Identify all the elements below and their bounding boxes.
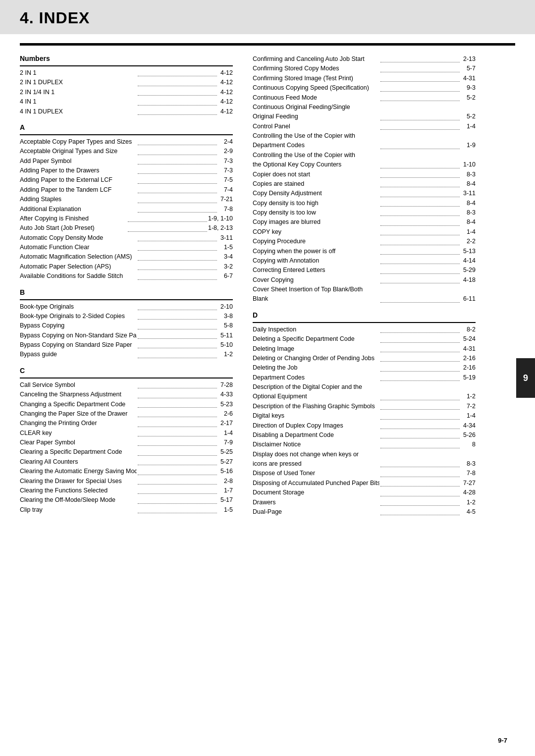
entry-page: 8-3: [461, 208, 476, 217]
list-item: Confirming Stored Image (Test Print)4-31: [253, 74, 476, 83]
list-item: Auto Job Start (Job Preset)1-8, 2-13: [20, 223, 233, 233]
entry-page: 2-4: [218, 137, 233, 147]
entry-dots: [380, 237, 460, 245]
entry-page: 5-24: [461, 334, 476, 344]
entry-page: 3-4: [218, 252, 233, 262]
entry-dots: [138, 157, 217, 164]
list-item: Daily Inspection8-2: [253, 325, 476, 334]
list-item: Canceling the Sharpness Adjustment4-33: [20, 390, 233, 399]
entry-text: Bypass Copying: [20, 321, 137, 330]
entry-page: 4-12: [218, 97, 233, 107]
entry-page: 4-12: [218, 88, 233, 97]
entry-dots: [380, 266, 460, 273]
entry-dots: [380, 411, 460, 419]
entry-text: CLEAR key: [20, 429, 137, 438]
list-item: After Copying is Finished1-9, 1-10: [20, 214, 233, 223]
entry-dots: [138, 175, 217, 183]
entry-dots: [380, 54, 460, 62]
tab-label: 9: [523, 373, 528, 383]
list-item: Dispose of Used Toner7-8: [253, 469, 476, 478]
list-item: Copy density is too high8-4: [253, 199, 476, 208]
entry-text2: Original Feeding: [253, 112, 379, 121]
entry-dots: [138, 97, 217, 105]
list-item: Bypass Copying on Standard Size Paper5-1…: [20, 340, 233, 350]
entry-page: 5-10: [218, 340, 233, 350]
entry-text2: Blank: [253, 294, 379, 304]
entry-dots: [138, 312, 217, 320]
entry-dots: [138, 486, 217, 494]
list-item: Clearing the Automatic Energy Saving Mod…: [20, 467, 233, 476]
entry-text: Deleting the Job: [253, 363, 379, 373]
list-item: Bypass guide1-2: [20, 350, 233, 359]
entry-dots: [380, 74, 460, 82]
entry-text: Copying with Annotation: [253, 256, 379, 266]
left-column: Numbers2 IN 14-122 IN 1 DUPLEX4-122 IN 1…: [0, 54, 243, 517]
entry-page: 7-28: [218, 380, 233, 390]
list-item: Drawers1-2: [253, 498, 476, 507]
entry-dots: [380, 392, 460, 400]
entry-page: 4-34: [461, 421, 476, 431]
entry-text: Clearing the Drawer for Special Uses: [20, 477, 137, 486]
entry-dots: [138, 495, 217, 503]
entry-page: 7-27: [461, 479, 476, 488]
entry-dots: [138, 262, 217, 270]
entry-page: 2-8: [218, 477, 233, 486]
list-item: COPY key1-4: [253, 227, 476, 237]
entry-page: 4-12: [218, 107, 233, 116]
entry-dots: [138, 78, 217, 86]
list-item: 2 IN 1/4 IN 14-12: [20, 88, 233, 97]
entry-text: 2 IN 1 DUPLEX: [20, 78, 137, 87]
entry-page: 1-5: [218, 505, 233, 515]
entry-page: 4-28: [461, 488, 476, 497]
entry-page: 8-4: [461, 217, 476, 227]
list-item: Control Panel1-4: [253, 122, 476, 131]
entry-dots: [138, 243, 217, 251]
entry-dots: [380, 141, 460, 149]
list-item: Bypass Copying5-8: [20, 321, 233, 330]
entry-page: 1-8, 2-13: [208, 223, 233, 233]
list-item: Automatic Paper Selection (APS)3-2: [20, 262, 233, 271]
entry-dots: [138, 166, 217, 174]
entry-text: Copy Density Adjustment: [253, 189, 379, 198]
entry-page: 8-4: [461, 179, 476, 189]
entry-page: 1-4: [461, 227, 476, 237]
entry-dots: [380, 208, 460, 216]
list-item: Additional Explanation7-8: [20, 205, 233, 214]
entry-dots: [380, 507, 460, 515]
entry-text: Deleting a Specific Department Code: [253, 334, 379, 344]
list-item: 4 IN 1 DUPLEX4-12: [20, 107, 233, 116]
entry-text: After Copying is Finished: [20, 214, 127, 223]
entry-text: Dual-Page: [253, 507, 379, 517]
entry-text: Copies are stained: [253, 179, 379, 189]
entry-text: 2 IN 1/4 IN 1: [20, 88, 137, 97]
entry-text: Clearing a Specific Department Code: [20, 447, 137, 457]
entry-dots: [138, 107, 217, 115]
entry-dots: [138, 302, 217, 310]
entry-page: 8-3: [461, 170, 476, 179]
list-item: Document Storage4-28: [253, 488, 476, 497]
entry-page: 1-9: [461, 141, 476, 150]
entry-page: 5-2: [461, 93, 476, 103]
entry-page: 3-8: [218, 312, 233, 321]
list-item: Disabling a Department Code5-26: [253, 431, 476, 440]
entry-page: 4-12: [218, 78, 233, 87]
list-item: Confirming Stored Copy Modes5-7: [253, 64, 476, 73]
entry-text: Bypass guide: [20, 350, 137, 359]
entry-dots: [380, 275, 460, 283]
entry-dots: [138, 271, 217, 279]
list-item: Clear Paper Symbol7-9: [20, 438, 233, 447]
entry-dots: [380, 373, 460, 381]
entry-dots: [380, 431, 460, 438]
entry-page: 7-3: [218, 166, 233, 175]
entry-text: Confirming Stored Image (Test Print): [253, 74, 379, 83]
entry-text: Additional Explanation: [20, 205, 137, 214]
entry-dots: [380, 479, 460, 486]
page: 4. INDEX Numbers2 IN 14-122 IN 1 DUPLEX4…: [0, 0, 535, 756]
list-item: Deleting the Job2-16: [253, 363, 476, 373]
entry-page: 9-3: [461, 83, 476, 93]
entry-text: Adding Paper to the External LCF: [20, 175, 137, 185]
entry-dots: [138, 477, 217, 485]
section-divider: [20, 299, 233, 300]
entry-page: 5-25: [218, 447, 233, 457]
entry-page: 1-2: [461, 498, 476, 507]
